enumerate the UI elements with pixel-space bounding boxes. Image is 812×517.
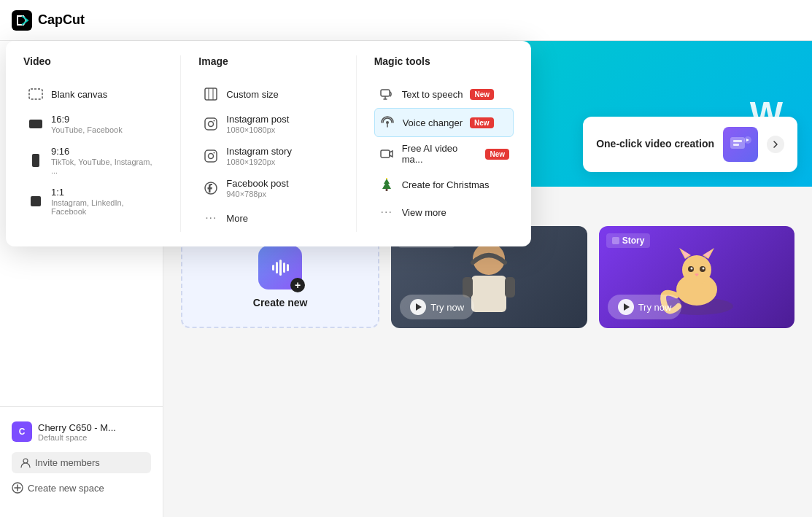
dropdown-item-facebook-post[interactable]: Facebook post 940×788px bbox=[198, 172, 338, 204]
space-item: C Cherry C650 - M... Default space bbox=[12, 416, 151, 448]
dropdown-item-instagram-post[interactable]: Instagram post 1080×1080px bbox=[198, 108, 338, 140]
custom-size-icon bbox=[203, 86, 219, 102]
dropdown-item-16-9[interactable]: 16:9 YouTube, Facebook bbox=[23, 108, 163, 140]
create-new-dropdown: Video Blank canvas 16:9 YouTube, Faceboo… bbox=[6, 41, 531, 246]
dropdown-item-instagram-story[interactable]: Instagram story 1080×1920px bbox=[198, 140, 338, 172]
svg-rect-1 bbox=[29, 89, 42, 99]
invite-members-button[interactable]: Invite members bbox=[12, 452, 151, 473]
svg-point-9 bbox=[209, 122, 214, 127]
dropdown-item-custom-size[interactable]: Custom size bbox=[198, 80, 338, 108]
svg-rect-8 bbox=[205, 118, 217, 130]
blank-canvas-text: Blank canvas bbox=[51, 89, 158, 100]
dropdown-item-9-16[interactable]: 9:16 TikTok, YouTube, Instagram, ... bbox=[23, 140, 163, 181]
svg-rect-32 bbox=[733, 144, 739, 146]
svg-rect-2 bbox=[29, 120, 42, 128]
dropdown-item-view-more[interactable]: ··· View more bbox=[374, 198, 514, 226]
svg-point-12 bbox=[209, 154, 214, 159]
view-more-dots-icon: ··· bbox=[379, 204, 395, 220]
svg-point-10 bbox=[214, 120, 215, 122]
plus-circle-icon bbox=[12, 482, 23, 494]
dashed-rect-icon bbox=[28, 86, 44, 102]
capcut-logo-icon bbox=[12, 10, 32, 31]
story-try-now-button[interactable]: Try now bbox=[608, 295, 682, 319]
svg-rect-38 bbox=[505, 277, 515, 298]
dropdown-item-christmas[interactable]: Create for Christmas bbox=[374, 171, 514, 198]
dropdown-item-free-ai-video[interactable]: Free AI video ma... New bbox=[374, 137, 514, 171]
svg-rect-30 bbox=[730, 137, 745, 149]
podcast-try-now-button[interactable]: Try now bbox=[400, 295, 474, 319]
dropdown-item-blank-canvas[interactable]: Blank canvas bbox=[23, 80, 163, 108]
svg-rect-36 bbox=[471, 276, 506, 312]
dropdown-video-col: Video Blank canvas 16:9 YouTube, Faceboo… bbox=[6, 55, 181, 232]
dropdown-item-voice-changer[interactable]: Voice changer New bbox=[374, 108, 514, 137]
dropdown-item-text-to-speech[interactable]: Text to speech New bbox=[374, 80, 514, 108]
story-card: Story bbox=[599, 226, 794, 328]
svg-rect-5 bbox=[205, 88, 217, 100]
space-sub: Default space bbox=[38, 433, 151, 442]
story-play-icon bbox=[624, 303, 630, 311]
svg-rect-15 bbox=[381, 90, 390, 96]
dropdown-magic-title: Magic tools bbox=[374, 55, 514, 70]
ai-video-icon bbox=[379, 146, 395, 162]
rect-landscape-icon bbox=[28, 116, 44, 132]
space-name: Cherry C650 - M... bbox=[38, 422, 151, 433]
rect-square-icon bbox=[28, 193, 44, 209]
dropdown-item-1-1[interactable]: 1:1 Instagram, LinkedIn, Facebook bbox=[23, 181, 163, 222]
dropdown-image-title: Image bbox=[198, 55, 338, 70]
dropdown-magic-col: Magic tools Text to speech New Voice cha… bbox=[357, 55, 531, 232]
dropdown-item-more[interactable]: ··· More bbox=[198, 204, 338, 232]
space-info: Cherry C650 - M... Default space bbox=[38, 422, 151, 442]
space-avatar: C bbox=[12, 421, 32, 442]
facebook-post-icon bbox=[203, 180, 219, 196]
svg-rect-18 bbox=[385, 189, 387, 191]
right-arrow-icon bbox=[771, 140, 780, 149]
story-badge: Story bbox=[606, 233, 651, 248]
svg-rect-11 bbox=[205, 150, 217, 162]
create-space-button[interactable]: Create new space bbox=[12, 476, 104, 499]
svg-rect-39 bbox=[612, 237, 619, 244]
create-card-icon: + bbox=[258, 246, 302, 289]
svg-point-20 bbox=[23, 459, 28, 463]
svg-point-49 bbox=[690, 268, 692, 270]
dropdown-image-col: Image Custom size Instagram post 1080×10… bbox=[181, 55, 356, 232]
svg-point-13 bbox=[214, 152, 215, 154]
16-9-text: 16:9 YouTube, Facebook bbox=[51, 114, 158, 134]
create-card-label: Create new bbox=[253, 297, 308, 308]
dropdown-video-title: Video bbox=[23, 55, 163, 70]
one-click-video-card: One-click video creation bbox=[583, 117, 797, 172]
svg-point-19 bbox=[386, 178, 387, 179]
instagram-post-icon bbox=[203, 116, 219, 132]
sidebar-bottom: C Cherry C650 - M... Default space Invit… bbox=[0, 406, 163, 508]
one-click-card-text: One-click video creation bbox=[596, 137, 714, 152]
text-speech-icon bbox=[379, 86, 395, 102]
story-card-bg: Story bbox=[599, 226, 794, 328]
voice-changer-icon bbox=[379, 114, 395, 131]
rect-portrait-icon bbox=[28, 152, 44, 168]
app-logo: CapCut bbox=[12, 10, 85, 31]
more-dots-icon: ··· bbox=[203, 210, 219, 226]
svg-point-50 bbox=[702, 268, 704, 270]
story-play-circle bbox=[618, 299, 634, 315]
arrow-circle bbox=[767, 136, 784, 153]
waveform-icon bbox=[272, 259, 289, 276]
app-name: CapCut bbox=[38, 12, 85, 28]
svg-rect-3 bbox=[32, 154, 39, 167]
person-icon bbox=[20, 458, 31, 468]
card-plus-badge: + bbox=[290, 278, 305, 292]
one-click-card-icon bbox=[723, 127, 758, 162]
svg-rect-17 bbox=[381, 150, 390, 158]
christmas-icon bbox=[379, 176, 395, 193]
1-1-text: 1:1 Instagram, LinkedIn, Facebook bbox=[51, 187, 158, 216]
svg-rect-31 bbox=[733, 140, 742, 142]
podcast-play-icon bbox=[416, 303, 422, 311]
instagram-story-icon bbox=[203, 148, 219, 164]
app-header: CapCut bbox=[0, 0, 812, 41]
video-creation-icon bbox=[729, 133, 752, 156]
9-16-text: 9:16 TikTok, YouTube, Instagram, ... bbox=[51, 146, 158, 175]
svg-rect-4 bbox=[31, 196, 41, 206]
story-badge-icon bbox=[612, 237, 619, 244]
podcast-play-circle bbox=[410, 299, 426, 315]
svg-rect-0 bbox=[12, 10, 32, 31]
svg-point-42 bbox=[682, 255, 711, 284]
